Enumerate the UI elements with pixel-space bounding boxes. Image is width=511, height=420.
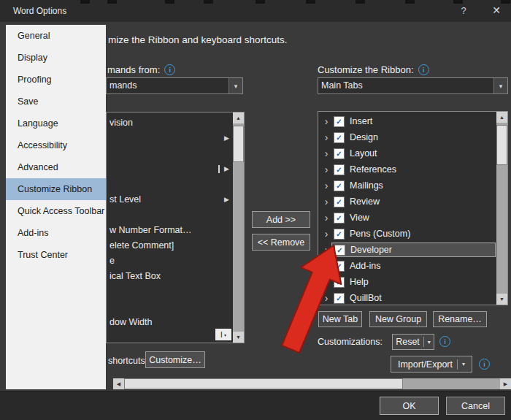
chevron-right-icon[interactable]: › bbox=[321, 130, 331, 145]
ribbon-tab-row-insert[interactable]: ›✓Insert bbox=[319, 113, 496, 129]
checkbox-checked[interactable]: ✓ bbox=[334, 132, 345, 143]
horizontal-scrollbar[interactable]: ◀ ▶ bbox=[113, 378, 511, 389]
checkbox-checked[interactable]: ✓ bbox=[334, 213, 345, 224]
ribbon-tab-row-references[interactable]: ›✓References bbox=[319, 161, 496, 177]
checkbox-checked[interactable]: ✓ bbox=[334, 196, 345, 207]
chevron-right-icon[interactable]: › bbox=[321, 178, 331, 193]
info-icon[interactable]: i bbox=[418, 64, 429, 75]
command-list-item[interactable]: vision bbox=[108, 115, 231, 131]
ribbon-tab-row-developer[interactable]: ›✓Developer bbox=[319, 242, 496, 258]
chevron-down-icon[interactable]: ▾ bbox=[493, 78, 507, 93]
ribbon-tab-row-add-ins[interactable]: ›✓Add-ins bbox=[319, 258, 496, 274]
checkbox-checked[interactable]: ✓ bbox=[334, 293, 345, 304]
command-list-item[interactable]: st Level▶ bbox=[108, 192, 231, 207]
command-list-item[interactable]: dow Width bbox=[108, 315, 231, 330]
checkbox-checked[interactable]: ✓ bbox=[334, 229, 345, 240]
sidebar-item-language[interactable]: Language bbox=[6, 112, 106, 134]
scrollbar-thumb[interactable] bbox=[233, 126, 244, 162]
command-list-item[interactable]: ▶ bbox=[108, 131, 231, 146]
sidebar-item-general[interactable]: General bbox=[6, 25, 106, 47]
scroll-left-icon[interactable]: ◀ bbox=[113, 378, 124, 389]
checkbox-checked[interactable]: ✓ bbox=[334, 148, 345, 159]
help-icon[interactable]: ? bbox=[456, 5, 472, 16]
ribbon-tab-row-help[interactable]: ›✓Help bbox=[319, 274, 496, 290]
ribbon-tab-row-review[interactable]: ›✓Review bbox=[319, 194, 496, 210]
ribbon-tab-row-pens-custom[interactable]: ›✓Pens (Custom) bbox=[319, 226, 496, 242]
ribbon-tab-label: QuillBot bbox=[350, 293, 382, 303]
checkbox-checked[interactable]: ✓ bbox=[334, 261, 345, 272]
chevron-down-icon[interactable]: ▾ bbox=[228, 78, 242, 93]
command-list-item[interactable]: ical Text Box bbox=[108, 269, 231, 284]
chevron-right-icon[interactable]: › bbox=[321, 291, 331, 305]
sidebar-item-proofing[interactable]: Proofing bbox=[6, 69, 106, 91]
chevron-right-icon[interactable]: › bbox=[321, 162, 331, 177]
remove-button[interactable]: << Remove bbox=[252, 234, 310, 251]
command-list-item[interactable]: ▶ bbox=[108, 161, 231, 177]
sidebar-item-display[interactable]: Display bbox=[6, 47, 106, 69]
add-button[interactable]: Add >> bbox=[252, 211, 310, 228]
new-group-button[interactable]: New Group bbox=[369, 311, 427, 327]
info-icon[interactable]: i bbox=[164, 64, 175, 75]
window-edge-tick bbox=[204, 0, 213, 4]
scroll-right-icon[interactable]: ▶ bbox=[500, 378, 511, 389]
chevron-right-icon[interactable]: › bbox=[321, 275, 331, 289]
command-list-item[interactable]: w Number Format… bbox=[108, 223, 231, 238]
checkbox-checked[interactable]: ✓ bbox=[334, 245, 345, 256]
ribbon-tab-row-view[interactable]: ›✓View bbox=[319, 210, 496, 226]
chevron-right-icon[interactable]: › bbox=[321, 243, 331, 257]
ribbon-tab-row-mailings[interactable]: ›✓Mailings bbox=[319, 177, 496, 194]
chevron-right-icon[interactable]: › bbox=[321, 114, 331, 129]
info-icon[interactable]: i bbox=[479, 359, 490, 370]
command-list-item[interactable] bbox=[108, 284, 231, 299]
sidebar-item-accessibility[interactable]: Accessibility bbox=[6, 134, 106, 156]
new-tab-button[interactable]: New Tab bbox=[318, 311, 362, 327]
scrollbar-thumb[interactable] bbox=[124, 378, 403, 389]
info-icon[interactable]: i bbox=[439, 336, 450, 347]
chevron-right-icon[interactable]: › bbox=[321, 194, 331, 209]
close-icon[interactable]: ✕ bbox=[488, 4, 505, 16]
commands-listbox[interactable]: vision▶▶st Level▶w Number Format…elete C… bbox=[106, 112, 245, 343]
scroll-up-icon[interactable]: ▲ bbox=[233, 112, 244, 123]
sidebar-item-trust-center[interactable]: Trust Center bbox=[6, 244, 106, 266]
reset-button[interactable]: Reset ▾ bbox=[392, 334, 434, 350]
checkbox-checked[interactable]: ✓ bbox=[334, 277, 345, 288]
command-list-item[interactable] bbox=[108, 299, 231, 315]
command-list-item[interactable] bbox=[108, 177, 231, 192]
choose-commands-dropdown[interactable]: mands ▾ bbox=[106, 77, 243, 94]
ribbon-tab-row-layout[interactable]: ›✓Layout bbox=[319, 145, 496, 161]
scrollbar-thumb[interactable] bbox=[496, 125, 507, 165]
ribbon-tab-row-quillbot[interactable]: ›✓QuillBot bbox=[319, 290, 496, 306]
chevron-right-icon[interactable]: › bbox=[321, 226, 331, 241]
chevron-right-icon[interactable]: › bbox=[321, 210, 331, 225]
command-list-item[interactable] bbox=[108, 146, 231, 161]
command-list-item[interactable]: e bbox=[108, 253, 231, 269]
ribbon-tabs-listbox[interactable]: ›✓Insert›✓Design›✓Layout›✓References›✓Ma… bbox=[318, 111, 508, 305]
checkbox-checked[interactable]: ✓ bbox=[334, 116, 345, 127]
ribbon-tabs-scrollbar[interactable]: ▲ ▼ bbox=[496, 112, 507, 305]
chevron-right-icon[interactable]: › bbox=[321, 146, 331, 161]
scroll-down-icon[interactable]: ▼ bbox=[233, 332, 244, 343]
chevron-right-icon[interactable]: › bbox=[321, 259, 331, 273]
commands-list-scrollbar[interactable]: ▲ ▼ bbox=[233, 112, 244, 343]
command-list-item[interactable]: elete Comment] bbox=[108, 238, 231, 253]
ok-button[interactable]: OK bbox=[380, 397, 439, 415]
command-list-item[interactable] bbox=[108, 207, 231, 223]
sidebar-item-customize-ribbon[interactable]: Customize Ribbon bbox=[6, 178, 106, 200]
sidebar-item-advanced[interactable]: Advanced bbox=[6, 156, 106, 178]
ribbon-tab-row-design[interactable]: ›✓Design bbox=[319, 129, 496, 145]
ribbon-tabs-list-rows: ›✓Insert›✓Design›✓Layout›✓References›✓Ma… bbox=[319, 113, 496, 306]
checkbox-checked[interactable]: ✓ bbox=[334, 180, 345, 191]
scroll-up-icon[interactable]: ▲ bbox=[496, 112, 507, 123]
sidebar-item-save[interactable]: Save bbox=[6, 91, 106, 112]
titlebar[interactable]: Word Options ? ✕ bbox=[0, 0, 511, 22]
rename-button[interactable]: Rename… bbox=[433, 311, 487, 327]
text-cursor-dropdown[interactable]: I ▾ bbox=[215, 329, 231, 340]
sidebar-item-quick-access-toolbar[interactable]: Quick Access Toolbar bbox=[6, 200, 106, 222]
checkbox-checked[interactable]: ✓ bbox=[334, 164, 345, 175]
customize-shortcuts-button[interactable]: Customize… bbox=[145, 351, 205, 368]
cancel-button[interactable]: Cancel bbox=[446, 397, 505, 415]
import-export-button[interactable]: Import/Export ▾ bbox=[391, 356, 472, 373]
main-tabs-dropdown[interactable]: Main Tabs ▾ bbox=[318, 77, 508, 94]
scroll-down-icon[interactable]: ▼ bbox=[496, 294, 507, 305]
sidebar-item-add-ins[interactable]: Add-ins bbox=[6, 222, 106, 244]
